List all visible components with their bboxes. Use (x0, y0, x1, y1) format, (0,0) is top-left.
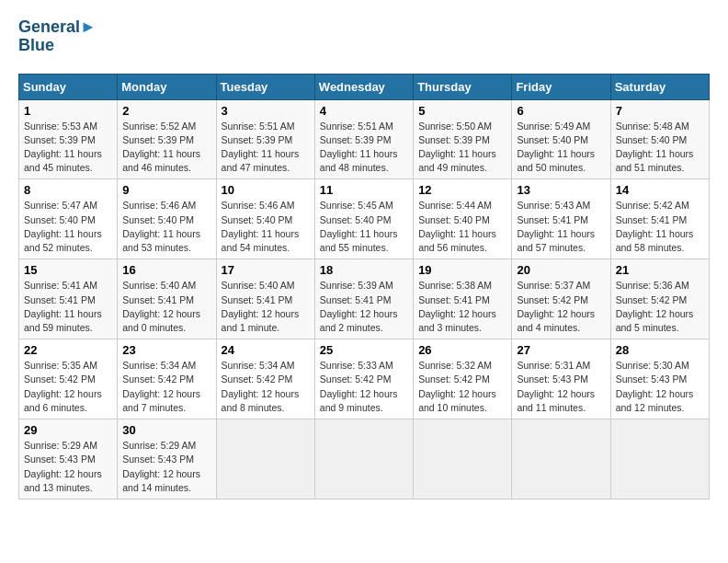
day-detail: Sunrise: 5:37 AMSunset: 5:42 PMDaylight:… (517, 279, 605, 335)
table-cell: 14 Sunrise: 5:42 AMSunset: 5:41 PMDaylig… (610, 179, 709, 259)
day-detail: Sunrise: 5:48 AMSunset: 5:40 PMDaylight:… (616, 120, 704, 176)
day-detail: Sunrise: 5:29 AMSunset: 5:43 PMDaylight:… (24, 439, 112, 495)
table-cell: 19 Sunrise: 5:38 AMSunset: 5:41 PMDaylig… (414, 259, 512, 339)
day-detail: Sunrise: 5:30 AMSunset: 5:43 PMDaylight:… (616, 359, 704, 415)
table-cell: 28 Sunrise: 5:30 AMSunset: 5:43 PMDaylig… (610, 339, 709, 419)
table-cell: 10 Sunrise: 5:46 AMSunset: 5:40 PMDaylig… (216, 179, 314, 259)
day-detail: Sunrise: 5:34 AMSunset: 5:42 PMDaylight:… (122, 359, 210, 415)
header-sunday: Sunday (19, 74, 118, 99)
day-detail: Sunrise: 5:29 AMSunset: 5:43 PMDaylight:… (122, 439, 210, 495)
day-detail: Sunrise: 5:49 AMSunset: 5:40 PMDaylight:… (517, 120, 605, 176)
header-wednesday: Wednesday (314, 74, 413, 99)
day-number: 25 (320, 343, 408, 357)
header-monday: Monday (118, 74, 216, 99)
day-detail: Sunrise: 5:50 AMSunset: 5:39 PMDaylight:… (418, 120, 506, 176)
table-cell: 2 Sunrise: 5:52 AMSunset: 5:39 PMDayligh… (118, 99, 216, 179)
day-number: 13 (517, 183, 605, 197)
table-cell: 5 Sunrise: 5:50 AMSunset: 5:39 PMDayligh… (414, 99, 512, 179)
day-number: 20 (517, 263, 605, 277)
logo: General►Blue (18, 18, 97, 55)
day-number: 15 (24, 263, 112, 277)
day-number: 4 (320, 104, 408, 118)
table-cell: 24 Sunrise: 5:34 AMSunset: 5:42 PMDaylig… (216, 339, 314, 419)
table-cell: 22 Sunrise: 5:35 AMSunset: 5:42 PMDaylig… (19, 339, 118, 419)
day-detail: Sunrise: 5:42 AMSunset: 5:41 PMDaylight:… (616, 199, 704, 255)
table-cell: 13 Sunrise: 5:43 AMSunset: 5:41 PMDaylig… (512, 179, 610, 259)
header-saturday: Saturday (610, 74, 709, 99)
table-cell: 8 Sunrise: 5:47 AMSunset: 5:40 PMDayligh… (19, 179, 118, 259)
day-number: 10 (222, 183, 310, 197)
day-number: 11 (320, 183, 408, 197)
day-detail: Sunrise: 5:39 AMSunset: 5:41 PMDaylight:… (320, 279, 408, 335)
logo-text: General►Blue (18, 18, 97, 55)
table-cell: 26 Sunrise: 5:32 AMSunset: 5:42 PMDaylig… (414, 339, 512, 419)
table-cell: 6 Sunrise: 5:49 AMSunset: 5:40 PMDayligh… (512, 99, 610, 179)
table-cell: 30 Sunrise: 5:29 AMSunset: 5:43 PMDaylig… (118, 419, 216, 500)
day-number: 8 (24, 183, 112, 197)
header-tuesday: Tuesday (216, 74, 314, 99)
day-detail: Sunrise: 5:41 AMSunset: 5:41 PMDaylight:… (24, 279, 112, 335)
day-number: 22 (24, 343, 112, 357)
day-detail: Sunrise: 5:46 AMSunset: 5:40 PMDaylight:… (222, 199, 310, 255)
day-number: 7 (616, 104, 704, 118)
day-detail: Sunrise: 5:46 AMSunset: 5:40 PMDaylight:… (122, 199, 210, 255)
table-cell: 12 Sunrise: 5:44 AMSunset: 5:40 PMDaylig… (414, 179, 512, 259)
header-thursday: Thursday (414, 74, 512, 99)
day-detail: Sunrise: 5:51 AMSunset: 5:39 PMDaylight:… (222, 120, 310, 176)
table-cell: 29 Sunrise: 5:29 AMSunset: 5:43 PMDaylig… (19, 419, 118, 500)
day-number: 17 (222, 263, 310, 277)
day-number: 6 (517, 104, 605, 118)
table-cell: 7 Sunrise: 5:48 AMSunset: 5:40 PMDayligh… (610, 99, 709, 179)
day-detail: Sunrise: 5:34 AMSunset: 5:42 PMDaylight:… (222, 359, 310, 415)
day-number: 28 (616, 343, 704, 357)
calendar-table: Sunday Monday Tuesday Wednesday Thursday… (18, 74, 710, 500)
table-cell (512, 419, 610, 500)
table-cell: 3 Sunrise: 5:51 AMSunset: 5:39 PMDayligh… (216, 99, 314, 179)
table-cell: 17 Sunrise: 5:40 AMSunset: 5:41 PMDaylig… (216, 259, 314, 339)
day-detail: Sunrise: 5:40 AMSunset: 5:41 PMDaylight:… (222, 279, 310, 335)
table-cell (610, 419, 709, 500)
day-number: 16 (122, 263, 210, 277)
table-cell (314, 419, 413, 500)
day-detail: Sunrise: 5:33 AMSunset: 5:42 PMDaylight:… (320, 359, 408, 415)
day-detail: Sunrise: 5:52 AMSunset: 5:39 PMDaylight:… (122, 120, 210, 176)
table-cell: 23 Sunrise: 5:34 AMSunset: 5:42 PMDaylig… (118, 339, 216, 419)
table-cell: 15 Sunrise: 5:41 AMSunset: 5:41 PMDaylig… (19, 259, 118, 339)
day-number: 21 (616, 263, 704, 277)
table-cell: 11 Sunrise: 5:45 AMSunset: 5:40 PMDaylig… (314, 179, 413, 259)
table-cell: 16 Sunrise: 5:40 AMSunset: 5:41 PMDaylig… (118, 259, 216, 339)
day-detail: Sunrise: 5:36 AMSunset: 5:42 PMDaylight:… (616, 279, 704, 335)
table-cell: 9 Sunrise: 5:46 AMSunset: 5:40 PMDayligh… (118, 179, 216, 259)
day-number: 1 (24, 104, 112, 118)
table-cell: 4 Sunrise: 5:51 AMSunset: 5:39 PMDayligh… (314, 99, 413, 179)
day-detail: Sunrise: 5:40 AMSunset: 5:41 PMDaylight:… (122, 279, 210, 335)
day-number: 26 (418, 343, 506, 357)
day-detail: Sunrise: 5:38 AMSunset: 5:41 PMDaylight:… (418, 279, 506, 335)
day-detail: Sunrise: 5:31 AMSunset: 5:43 PMDaylight:… (517, 359, 605, 415)
day-detail: Sunrise: 5:51 AMSunset: 5:39 PMDaylight:… (320, 120, 408, 176)
day-number: 29 (24, 423, 112, 437)
day-number: 18 (320, 263, 408, 277)
day-number: 2 (122, 104, 210, 118)
table-cell (414, 419, 512, 500)
table-cell: 18 Sunrise: 5:39 AMSunset: 5:41 PMDaylig… (314, 259, 413, 339)
day-detail: Sunrise: 5:44 AMSunset: 5:40 PMDaylight:… (418, 199, 506, 255)
table-cell: 25 Sunrise: 5:33 AMSunset: 5:42 PMDaylig… (314, 339, 413, 419)
day-number: 27 (517, 343, 605, 357)
table-cell: 20 Sunrise: 5:37 AMSunset: 5:42 PMDaylig… (512, 259, 610, 339)
day-number: 5 (418, 104, 506, 118)
day-detail: Sunrise: 5:43 AMSunset: 5:41 PMDaylight:… (517, 199, 605, 255)
day-number: 3 (222, 104, 310, 118)
table-cell: 21 Sunrise: 5:36 AMSunset: 5:42 PMDaylig… (610, 259, 709, 339)
header-friday: Friday (512, 74, 610, 99)
table-cell: 27 Sunrise: 5:31 AMSunset: 5:43 PMDaylig… (512, 339, 610, 419)
day-detail: Sunrise: 5:35 AMSunset: 5:42 PMDaylight:… (24, 359, 112, 415)
table-cell: 1 Sunrise: 5:53 AMSunset: 5:39 PMDayligh… (19, 99, 118, 179)
day-number: 19 (418, 263, 506, 277)
day-number: 24 (222, 343, 310, 357)
day-detail: Sunrise: 5:47 AMSunset: 5:40 PMDaylight:… (24, 199, 112, 255)
table-cell (216, 419, 314, 500)
day-number: 23 (122, 343, 210, 357)
day-detail: Sunrise: 5:32 AMSunset: 5:42 PMDaylight:… (418, 359, 506, 415)
day-number: 30 (122, 423, 210, 437)
